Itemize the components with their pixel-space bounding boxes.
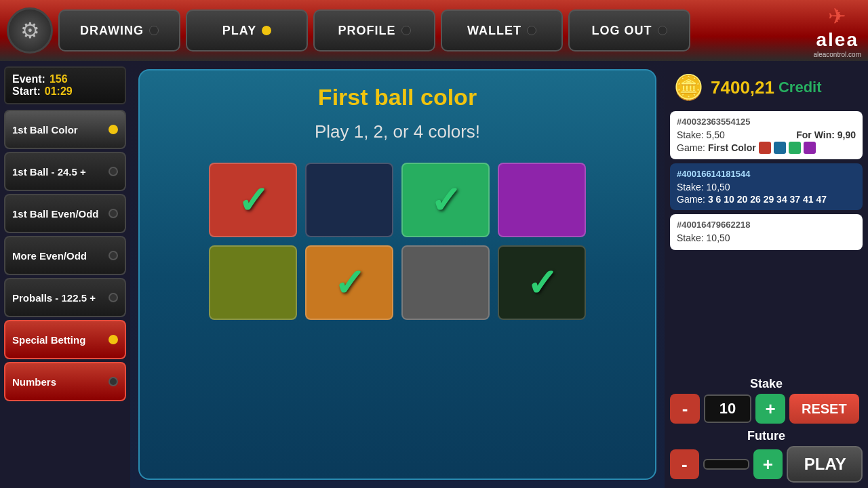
color-cell-blue[interactable] xyxy=(305,163,393,237)
future-plus-button[interactable]: + xyxy=(753,449,783,479)
sidebar-label-more-evenodd: More Even/Odd xyxy=(12,250,87,262)
color-grid xyxy=(209,163,586,320)
swatch-green-1 xyxy=(789,142,801,154)
nav-logout[interactable]: LOG OUT xyxy=(568,9,690,52)
center-area: First ball color Play 1, 2, or 4 colors! xyxy=(130,61,665,488)
header: ⚙ DRAWING PLAY PROFILE WALLET LOG OUT ✈ … xyxy=(0,0,868,61)
bet-card-3[interactable]: #40016479662218 Stake: 10,50 xyxy=(670,214,863,250)
sidebar-dot-numbers xyxy=(108,377,118,386)
gear-icon: ⚙ xyxy=(20,18,40,43)
stake-label: Stake xyxy=(670,377,863,391)
sidebar-label-1st-ball-245: 1st Ball - 24.5 + xyxy=(12,166,86,178)
swatch-purple-1 xyxy=(804,142,816,154)
right-panel: 🪙 7400,21 Credit #40032363554125 Stake: … xyxy=(665,61,868,488)
swatch-red-1 xyxy=(759,142,771,154)
sidebar-label-1st-ball-evenodd: 1st Ball Even/Odd xyxy=(12,208,99,220)
bet-card-2[interactable]: #40016614181544 Stake: 10,50 Game: 3 6 1… xyxy=(670,163,863,210)
start-value: 01:29 xyxy=(45,85,73,98)
logout-label: LOG OUT xyxy=(592,24,652,38)
event-label: Event: xyxy=(12,73,45,85)
nav-profile[interactable]: PROFILE xyxy=(313,9,435,52)
future-minus-button[interactable]: - xyxy=(670,449,699,479)
alea-icon: ✈ xyxy=(828,3,846,29)
sidebar-item-1st-ball-evenodd[interactable]: 1st Ball Even/Odd xyxy=(4,194,126,233)
bet-id-2: #40016614181544 xyxy=(677,169,856,179)
swatch-blue-1 xyxy=(774,142,786,154)
gear-button[interactable]: ⚙ xyxy=(7,7,53,54)
profile-dot xyxy=(401,26,411,35)
start-label: Start: xyxy=(12,85,41,98)
future-label: Future xyxy=(670,429,863,443)
color-cell-purple[interactable] xyxy=(498,163,586,237)
sidebar: Event: 156 Start: 01:29 1st Ball Color 1… xyxy=(0,61,130,488)
sidebar-item-proballs[interactable]: Proballs - 122.5 + xyxy=(4,278,126,317)
alea-sub: aleacontrol.com xyxy=(813,51,861,58)
bet-stake-label-3: Stake: 10,50 xyxy=(677,232,730,243)
sidebar-dot-1st-ball-evenodd xyxy=(108,209,118,218)
color-cell-red[interactable] xyxy=(209,163,297,237)
nav-play[interactable]: PLAY xyxy=(186,9,308,52)
bet-id-1: #40032363554125 xyxy=(677,117,856,127)
sidebar-item-1st-ball-color[interactable]: 1st Ball Color xyxy=(4,110,126,149)
drawing-label: DRAWING xyxy=(80,24,144,38)
credit-bar: 🪙 7400,21 Credit xyxy=(670,66,863,108)
color-cell-olive[interactable] xyxy=(209,245,297,320)
credit-label: Credit xyxy=(778,79,822,96)
profile-label: PROFILE xyxy=(338,24,395,38)
alea-logo: ✈ alea aleacontrol.com xyxy=(813,3,861,58)
bet-game-label-2: Game: 3 6 10 20 26 29 34 37 41 47 xyxy=(677,194,827,205)
play-dot xyxy=(262,26,271,35)
sidebar-dot-more-evenodd xyxy=(108,251,118,260)
bet-game-label-1: Game: First Color xyxy=(677,142,756,153)
game-title: First ball color xyxy=(318,84,477,110)
bet-win-label-1: For Win: 9,90 xyxy=(796,129,856,140)
sidebar-label-1st-ball-color: 1st Ball Color xyxy=(12,124,78,136)
event-info: Event: 156 Start: 01:29 xyxy=(4,66,126,104)
future-value xyxy=(703,459,749,470)
wallet-dot xyxy=(527,26,536,35)
sidebar-item-more-evenodd[interactable]: More Even/Odd xyxy=(4,236,126,275)
alea-brand: alea xyxy=(816,29,859,51)
sidebar-item-1st-ball-245[interactable]: 1st Ball - 24.5 + xyxy=(4,152,126,191)
bet-stake-label-1: Stake: 5,50 xyxy=(677,129,725,140)
sidebar-item-numbers[interactable]: Numbers xyxy=(4,362,126,401)
sidebar-label-proballs: Proballs - 122.5 + xyxy=(12,292,96,304)
sidebar-item-special-betting[interactable]: Special Betting xyxy=(4,320,126,359)
stake-minus-button[interactable]: - xyxy=(670,394,700,424)
color-cell-gray[interactable] xyxy=(401,245,490,320)
bet-id-3: #40016479662218 xyxy=(677,220,856,230)
credit-amount: 7400,21 xyxy=(711,77,774,98)
game-subtitle: Play 1, 2, or 4 colors! xyxy=(315,121,480,142)
stake-row: Stake xyxy=(670,377,863,391)
reset-button[interactable]: RESET xyxy=(789,394,859,424)
stake-plus-button[interactable]: + xyxy=(755,394,785,424)
bottom-controls: Stake - 10 + RESET Future - + PLAY xyxy=(670,373,863,483)
color-cell-green[interactable] xyxy=(401,163,490,237)
color-cell-orange[interactable] xyxy=(305,245,393,320)
game-card: First ball color Play 1, 2, or 4 colors! xyxy=(138,69,656,480)
play-button[interactable]: PLAY xyxy=(787,446,863,483)
color-cell-darkblue[interactable] xyxy=(498,245,586,320)
sidebar-dot-1st-ball-245 xyxy=(108,167,118,176)
coins-icon: 🪙 xyxy=(670,69,707,106)
event-value: 156 xyxy=(50,73,68,85)
nav-drawing[interactable]: DRAWING xyxy=(58,9,180,52)
future-row: Future xyxy=(670,429,863,443)
sidebar-label-numbers: Numbers xyxy=(12,376,56,388)
sidebar-dot-proballs xyxy=(108,293,118,302)
sidebar-dot-1st-ball-color xyxy=(108,125,118,134)
drawing-dot xyxy=(149,26,159,35)
logout-dot xyxy=(658,26,667,35)
stake-value: 10 xyxy=(704,394,751,423)
sidebar-label-special-betting: Special Betting xyxy=(12,334,85,346)
bet-card-1[interactable]: #40032363554125 Stake: 5,50 For Win: 9,9… xyxy=(670,111,863,159)
wallet-label: WALLET xyxy=(467,24,521,38)
bet-stake-label-2: Stake: 10,50 xyxy=(677,182,730,192)
main-area: Event: 156 Start: 01:29 1st Ball Color 1… xyxy=(0,61,868,488)
sidebar-dot-special-betting xyxy=(108,335,118,344)
play-label: PLAY xyxy=(222,24,256,38)
nav-wallet[interactable]: WALLET xyxy=(441,9,563,52)
